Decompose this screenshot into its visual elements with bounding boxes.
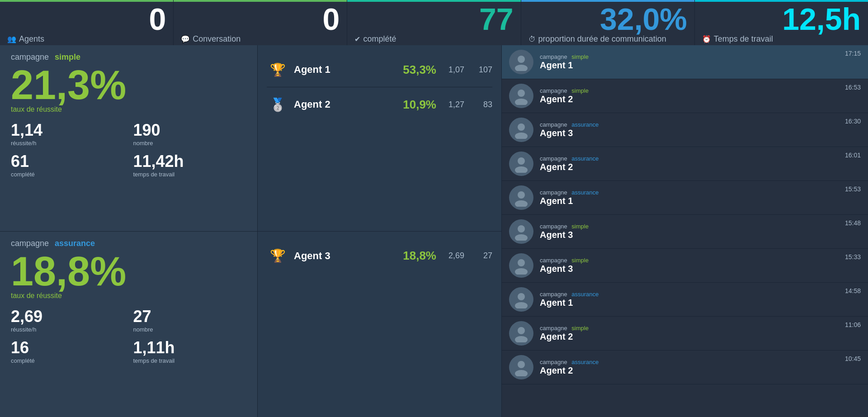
activity-time-9: 10:45 [845, 355, 861, 362]
activity-agent-name-9: Agent 2 [540, 365, 861, 376]
svg-point-2 [518, 90, 525, 97]
activity-time-5: 15:48 [845, 219, 861, 227]
header-label-temps: ⏰ Temps de travail [702, 34, 861, 44]
avatar-svg-9 [512, 358, 530, 376]
agent-stat2-assurance-0: 27 [470, 251, 492, 261]
campaign-tag-assurance: assurance [55, 239, 95, 248]
activity-item[interactable]: campagne simple Agent 3 15:33 [502, 249, 868, 283]
campaign-stats-assurance: 2,69 réussite/h 27 nombre 16 complété 1,… [11, 307, 246, 364]
svg-point-12 [518, 259, 525, 266]
agent-row-assurance-0: 🏆 Agent 3 18,8% 2,69 27 [267, 239, 492, 273]
svg-point-0 [518, 56, 525, 63]
activity-info-6: campagne simple Agent 3 [540, 257, 861, 274]
activity-item[interactable]: campagne assurance Agent 1 15:53 [502, 181, 868, 215]
bar-indicator-agents [0, 0, 173, 2]
svg-point-7 [515, 166, 528, 173]
trophy-simple-1: 🥈 [267, 94, 288, 115]
header-label-text-agents: Agents [19, 34, 44, 44]
activity-item[interactable]: campagne assurance Agent 2 10:45 [502, 351, 868, 384]
activity-item[interactable]: campagne assurance Agent 3 16:30 [502, 113, 868, 147]
header-icon-temps: ⏰ [702, 35, 711, 43]
activity-campaign-8: campagne simple [540, 325, 861, 332]
svg-point-16 [518, 327, 525, 334]
activity-info-8: campagne simple Agent 2 [540, 325, 861, 342]
activity-item[interactable]: campagne simple Agent 1 17:15 [502, 45, 868, 79]
activity-item[interactable]: campagne simple Agent 2 16:53 [502, 79, 868, 113]
activity-agent-name-2: Agent 3 [540, 128, 861, 138]
activity-agent-name-6: Agent 3 [540, 264, 861, 274]
campaign-block-simple: campagne simple 21,3% taux de réussite 1… [0, 45, 257, 232]
activity-campaign-6: campagne simple [540, 257, 861, 264]
activity-campaign-tag-6: simple [571, 257, 589, 264]
svg-point-8 [518, 191, 525, 199]
stat-value-assurance-1: 27 [133, 307, 247, 326]
agent-stat1-simple-0: 1,07 [442, 65, 464, 75]
stat-item-simple-2: 61 complété [11, 152, 124, 178]
stat-label-assurance-2: complété [11, 357, 124, 364]
trophy-assurance-0: 🏆 [267, 245, 288, 267]
trophy-simple-0: 🏆 [267, 59, 288, 81]
bar-indicator-conversation [174, 0, 347, 2]
activity-item[interactable]: campagne simple Agent 3 15:48 [502, 215, 868, 249]
header-icon-proportion: ⏱ [528, 35, 536, 43]
avatar-9 [509, 355, 533, 379]
avatar-2 [509, 118, 533, 142]
agent-stat1-simple-1: 1,27 [442, 100, 464, 109]
campaign-title-assurance: campagne assurance [11, 239, 246, 248]
activity-info-1: campagne simple Agent 2 [540, 87, 861, 104]
header-value-agents: 0 [7, 4, 166, 34]
svg-point-6 [518, 157, 525, 165]
avatar-svg-4 [512, 189, 530, 207]
activity-campaign-0: campagne simple [540, 53, 861, 60]
activity-campaign-tag-2: assurance [571, 121, 599, 128]
activity-campaign-7: campagne assurance [540, 291, 861, 298]
campaign-big-percent-assurance: 18,8% [11, 251, 246, 292]
activity-campaign-tag-7: assurance [571, 291, 599, 298]
stat-label-assurance-1: nombre [133, 326, 247, 333]
agent-section-assurance: 🏆 Agent 3 18,8% 2,69 27 [258, 232, 501, 417]
avatar-svg-0 [512, 53, 530, 71]
activity-campaign-2: campagne assurance [540, 121, 861, 128]
avatar-6 [509, 253, 533, 278]
header-cell-agents: 0 👥 Agents [0, 0, 174, 45]
activity-item[interactable]: campagne assurance Agent 2 16:01 [502, 147, 868, 181]
activity-time-3: 16:01 [845, 152, 861, 159]
activity-time-7: 14:58 [845, 287, 861, 294]
activity-info-5: campagne simple Agent 3 [540, 223, 861, 240]
activity-item[interactable]: campagne assurance Agent 1 14:58 [502, 283, 868, 317]
header-cell-temps: 12,5h ⏰ Temps de travail [695, 0, 868, 45]
agent-pct-simple-0: 53,3% [396, 63, 436, 77]
svg-point-4 [518, 123, 525, 131]
activity-time-6: 15:33 [845, 253, 861, 261]
avatar-7 [509, 287, 533, 312]
svg-point-13 [515, 268, 528, 275]
agent-name-simple-0: Agent 1 [294, 64, 390, 76]
svg-point-17 [515, 336, 528, 342]
header: 0 👥 Agents 0 💬 Conversation 77 ✔ complét… [0, 0, 868, 45]
activity-panel: campagne simple Agent 1 17:15 campagne s… [502, 45, 868, 417]
svg-point-14 [518, 293, 525, 300]
activity-item[interactable]: campagne simple Agent 2 11:06 [502, 317, 868, 351]
header-label-complete: ✔ complété [354, 34, 513, 44]
agent-section-simple: 🏆 Agent 1 53,3% 1,07 107 🥈 Agent 2 10,9%… [258, 45, 501, 232]
campaign-block-assurance: campagne assurance 18,8% taux de réussit… [0, 232, 257, 417]
svg-point-11 [515, 234, 528, 241]
header-label-proportion: ⏱ proportion durée de communication [528, 34, 687, 44]
activity-campaign-tag-1: simple [571, 87, 589, 94]
activity-time-2: 16:30 [845, 118, 861, 125]
activity-campaign-3: campagne assurance [540, 155, 861, 162]
campaign-taux-label-assurance: taux de réussite [11, 292, 246, 300]
header-label-conversation: 💬 Conversation [181, 34, 340, 44]
avatar-8 [509, 321, 533, 346]
header-value-temps: 12,5h [702, 4, 861, 34]
activity-campaign-5: campagne simple [540, 223, 861, 230]
stat-value-assurance-0: 2,69 [11, 307, 124, 326]
activity-time-4: 15:53 [845, 185, 861, 193]
agent-name-simple-1: Agent 2 [294, 99, 390, 110]
activity-info-9: campagne assurance Agent 2 [540, 359, 861, 376]
campaign-stats-simple: 1,14 réussite/h 190 nombre 61 complété 1… [11, 121, 246, 178]
bar-indicator-temps [695, 0, 868, 2]
activity-info-7: campagne assurance Agent 1 [540, 291, 861, 308]
svg-point-1 [515, 65, 528, 71]
activity-campaign-tag-8: simple [571, 325, 589, 332]
